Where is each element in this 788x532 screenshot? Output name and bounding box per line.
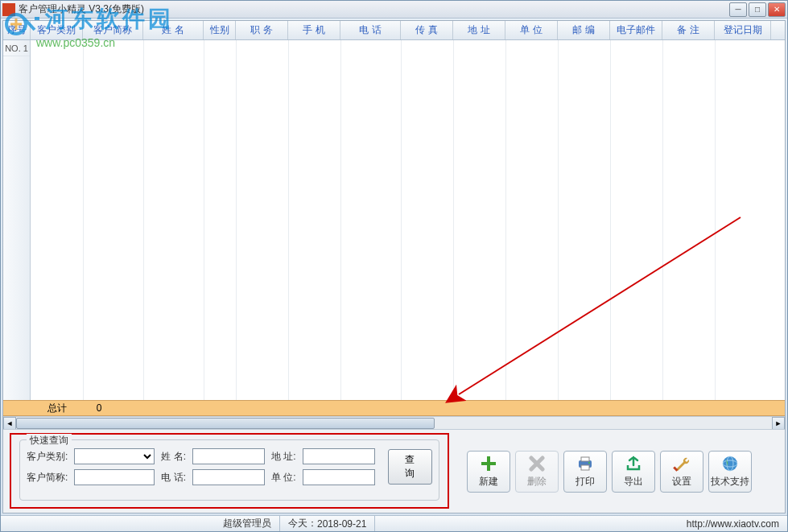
th-shortname[interactable]: 客户简称: [83, 21, 143, 39]
svg-point-7: [723, 456, 737, 471]
bottom-panel: 快速查询 客户类别: 姓 名: 地 址: 客户简称: 电: [3, 429, 785, 513]
printer-icon: [576, 454, 595, 473]
th-postcode[interactable]: 邮 编: [558, 21, 610, 39]
unit-input[interactable]: [303, 469, 375, 485]
th-fax[interactable]: 传 真: [401, 21, 453, 39]
plus-icon: [479, 454, 498, 473]
th-email[interactable]: 电子邮件: [610, 21, 662, 39]
th-address[interactable]: 地 址: [453, 21, 505, 39]
total-label: 总计: [31, 402, 83, 415]
svg-rect-1: [481, 462, 496, 465]
th-position[interactable]: 职 务: [236, 21, 288, 39]
scroll-thumb[interactable]: [16, 418, 435, 429]
label-shortname: 客户简称:: [27, 471, 68, 485]
horizontal-scrollbar[interactable]: ◄ ►: [3, 416, 785, 429]
delete-button[interactable]: 删除: [515, 451, 559, 493]
address-input[interactable]: [303, 448, 375, 464]
scroll-right-icon[interactable]: ►: [772, 417, 785, 429]
total-value: 0: [83, 402, 115, 414]
maximize-button[interactable]: □: [749, 2, 766, 17]
th-regdate[interactable]: 登记日期: [715, 21, 771, 39]
wrench-icon: [672, 454, 691, 473]
svg-point-5: [588, 462, 590, 464]
statusbar: 超级管理员 今天：2018-09-21 http://www.xiaotv.co…: [1, 515, 787, 531]
table-body[interactable]: NO. 1: [3, 40, 785, 400]
scroll-left-icon[interactable]: ◄: [3, 417, 16, 429]
label-address: 地 址:: [271, 450, 296, 464]
label-category: 客户类别:: [27, 450, 68, 464]
data-table: 序号 客户类别 客户简称 姓 名 性别 职 务 手 机 电 话 传 真 地 址 …: [3, 21, 785, 429]
settings-button[interactable]: 设置: [660, 451, 703, 493]
app-icon: [2, 3, 15, 16]
globe-icon: [720, 454, 740, 473]
th-mobile[interactable]: 手 机: [288, 21, 340, 39]
th-unit[interactable]: 单 位: [505, 21, 558, 39]
label-unit: 单 位:: [271, 471, 296, 485]
svg-rect-3: [581, 457, 589, 461]
th-seq[interactable]: 序号: [3, 21, 31, 39]
th-category[interactable]: 客户类别: [31, 21, 83, 39]
quick-search-group: 快速查询 客户类别: 姓 名: 地 址: 客户简称: 电: [19, 439, 439, 501]
export-icon: [624, 454, 643, 473]
name-input[interactable]: [192, 448, 265, 464]
status-user: 超级管理员: [215, 516, 280, 531]
status-url: http://www.xiaotv.com: [679, 518, 787, 530]
label-phone: 电 话:: [161, 471, 186, 485]
row-header-1: NO. 1: [3, 40, 30, 56]
minimize-button[interactable]: ─: [729, 2, 747, 17]
label-name: 姓 名:: [161, 450, 186, 464]
app-window: 客户管理小精灵 V3.3(免费版) ─ □ ✕ 序号 客户类别 客户简称 姓 名…: [0, 0, 788, 532]
new-button[interactable]: 新建: [467, 451, 510, 493]
th-gender[interactable]: 性别: [204, 21, 236, 39]
th-remark[interactable]: 备 注: [662, 21, 715, 39]
svg-rect-4: [581, 465, 589, 470]
print-button[interactable]: 打印: [563, 451, 607, 493]
search-legend: 快速查询: [27, 434, 72, 447]
search-button[interactable]: 查 询: [388, 449, 432, 485]
x-icon: [527, 454, 547, 473]
titlebar: 客户管理小精灵 V3.3(免费版) ─ □ ✕: [1, 1, 787, 19]
table-header: 序号 客户类别 客户简称 姓 名 性别 职 务 手 机 电 话 传 真 地 址 …: [3, 21, 785, 40]
category-select[interactable]: [74, 448, 155, 464]
phone-input[interactable]: [192, 469, 265, 485]
status-date: 今天：2018-09-21: [280, 516, 375, 531]
total-row: 总计 0: [3, 400, 785, 416]
search-highlight-box: 快速查询 客户类别: 姓 名: 地 址: 客户简称: 电: [10, 433, 449, 509]
window-title: 客户管理小精灵 V3.3(免费版): [19, 2, 729, 16]
th-name[interactable]: 姓 名: [143, 21, 204, 39]
close-button[interactable]: ✕: [768, 2, 786, 17]
support-button[interactable]: 技术支持: [708, 451, 752, 493]
shortname-input[interactable]: [74, 469, 155, 485]
export-button[interactable]: 导出: [612, 451, 655, 493]
th-phone[interactable]: 电 话: [340, 21, 401, 39]
action-toolbar: 新建 删除 打印 导出: [457, 434, 778, 509]
